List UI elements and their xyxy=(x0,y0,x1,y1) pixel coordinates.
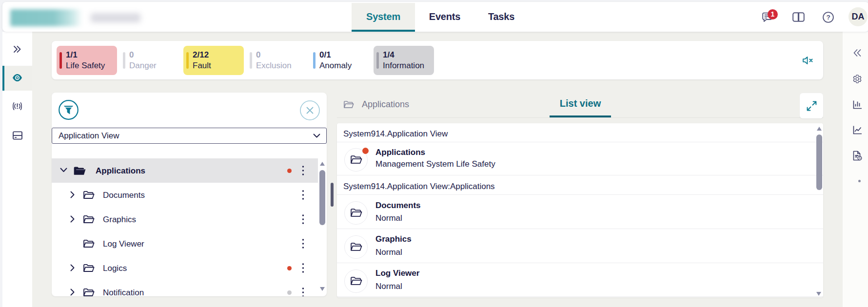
svg-text:?: ? xyxy=(826,14,830,21)
